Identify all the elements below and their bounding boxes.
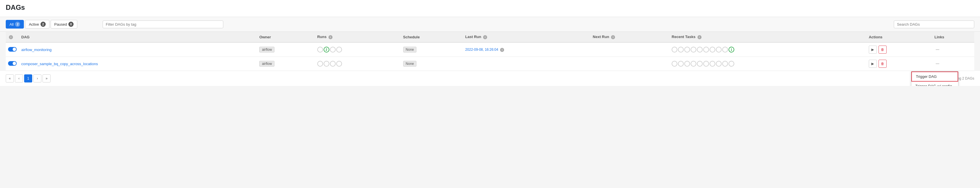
page-title: DAGs [6, 3, 974, 11]
table-container: i DAG Owner Runs i Schedule [0, 32, 980, 71]
runs-info-icon[interactable]: i [328, 35, 332, 39]
row2-links-cell: ··· Trigger DAG Trigger DAG w/ config [932, 57, 974, 71]
row2-recent-tasks [671, 61, 864, 67]
row1-owner-badge: airflow [259, 47, 274, 53]
row1-delete-button[interactable]: 🗑 [878, 45, 886, 54]
task-circle-4 [690, 47, 696, 53]
row1-dag-link[interactable]: airflow_monitoring [21, 48, 52, 52]
row1-next-run-cell [590, 42, 670, 57]
run-circle-empty-3 [336, 47, 342, 53]
task-circle-success: 1 [729, 47, 734, 53]
tab-paused-label: Paused [54, 22, 67, 27]
row1-recent-tasks-cell: 1 [669, 42, 867, 57]
col-info-icon[interactable]: i [9, 35, 13, 39]
pagination-prev[interactable]: ‹ [15, 74, 23, 82]
row2-more-button[interactable]: ··· [934, 61, 940, 67]
task-circle-8 [716, 47, 722, 53]
tab-paused-count: 0 [68, 22, 73, 27]
col-next-run: Next Run i [590, 32, 670, 42]
pagination-first[interactable]: « [6, 74, 14, 82]
row2-actions: ▶ 🗑 [869, 60, 930, 68]
row2-task-circle-3 [684, 61, 690, 67]
row2-task-circle-5 [697, 61, 703, 67]
row1-dag-cell: airflow_monitoring [19, 42, 257, 57]
row2-run-circle-4 [336, 61, 342, 67]
row2-runs-circles [317, 61, 399, 67]
run-circle-success: 2 [324, 47, 329, 53]
tab-active[interactable]: Active 2 [25, 20, 49, 29]
recent-tasks-info-icon[interactable]: i [697, 35, 702, 39]
row2-task-circle-6 [703, 61, 709, 67]
task-circle-5 [697, 47, 703, 53]
task-circle-7 [710, 47, 715, 53]
row2-toggle-cell [6, 57, 19, 71]
col-owner: Owner [257, 32, 315, 42]
row1-toggle-cell [6, 42, 19, 57]
task-circle-2 [678, 47, 684, 53]
row2-task-circle-4 [690, 61, 696, 67]
row2-last-run-cell [463, 57, 590, 71]
pagination: « ‹ 1 › » Showing 2 DAGs [0, 71, 980, 86]
col-dag: DAG [19, 32, 257, 42]
tab-all[interactable]: All 2 [6, 20, 24, 29]
pagination-next[interactable]: › [33, 74, 41, 82]
next-run-info-icon[interactable]: i [611, 35, 615, 39]
tab-active-count: 2 [41, 22, 46, 27]
filter-tags-input[interactable] [103, 21, 223, 28]
tab-active-label: Active [29, 22, 39, 27]
row2-runs-cell [315, 57, 401, 71]
tab-paused[interactable]: Paused 0 [51, 20, 77, 29]
task-circle-6 [703, 47, 709, 53]
task-circle-1 [671, 47, 678, 53]
table-row: airflow_monitoring airflow 2 [6, 42, 974, 57]
last-run-info-icon[interactable]: i [483, 35, 487, 39]
row2-recent-tasks-cell [669, 57, 867, 71]
table-wrapper: i DAG Owner Runs i Schedule [6, 32, 974, 71]
tab-group: All 2 Active 2 Paused 0 [6, 20, 77, 29]
row2-dag-link[interactable]: composer_sample_bq_copy_across_locations [21, 62, 98, 66]
row1-last-run-text: 2022-09-08, 16:26:04 [465, 48, 498, 51]
row1-play-button[interactable]: ▶ [869, 45, 877, 54]
row1-recent-tasks: 1 [671, 47, 864, 53]
row1-runs-circles: 2 [317, 47, 399, 53]
row2-owner-cell: airflow [257, 57, 315, 71]
row1-last-run-cell: 2022-09-08, 16:26:04 i [463, 42, 590, 57]
col-schedule: Schedule [401, 32, 463, 42]
pagination-last[interactable]: » [43, 74, 51, 82]
col-runs: Runs i [315, 32, 401, 42]
row2-play-button[interactable]: ▶ [869, 60, 877, 68]
row2-task-circle-2 [678, 61, 684, 67]
table-row: composer_sample_bq_copy_across_locations… [6, 57, 974, 71]
row2-toggle[interactable] [8, 61, 17, 66]
row2-task-circle-7 [710, 61, 715, 67]
col-actions: Actions [867, 32, 932, 42]
pagination-current[interactable]: 1 [24, 74, 32, 82]
row1-links-cell: ··· [932, 42, 974, 57]
row2-next-run-cell [590, 57, 670, 71]
tab-all-label: All [10, 22, 14, 27]
row1-last-run-info[interactable]: i [500, 48, 504, 52]
row2-run-circle-3 [330, 61, 336, 67]
row2-dag-cell: composer_sample_bq_copy_across_locations [19, 57, 257, 71]
table-header-row: i DAG Owner Runs i Schedule [6, 32, 974, 42]
trigger-dag-item[interactable]: Trigger DAG [911, 72, 958, 82]
dags-table: i DAG Owner Runs i Schedule [6, 32, 974, 71]
row2-run-circle-1 [317, 61, 323, 67]
task-circle-9 [722, 47, 728, 53]
dropdown-menu: Trigger DAG Trigger DAG w/ config [911, 71, 958, 86]
row1-schedule-badge: None [403, 47, 417, 53]
toolbar: All 2 Active 2 Paused 0 [0, 17, 980, 32]
row1-actions: ▶ 🗑 [869, 45, 930, 54]
trigger-dag-config-item[interactable]: Trigger DAG w/ config [911, 82, 958, 86]
row2-schedule-badge: None [403, 61, 417, 67]
row1-runs-cell: 2 [315, 42, 401, 57]
row2-task-circle-1 [671, 61, 678, 67]
row1-schedule-cell: None [401, 42, 463, 57]
row1-owner-cell: airflow [257, 42, 315, 57]
row1-more-button[interactable]: ··· [934, 47, 940, 53]
row1-actions-cell: ▶ 🗑 [867, 42, 932, 57]
row1-toggle[interactable] [8, 47, 17, 51]
search-input[interactable] [894, 21, 974, 28]
row2-delete-button[interactable]: 🗑 [878, 60, 886, 68]
row2-schedule-cell: None [401, 57, 463, 71]
